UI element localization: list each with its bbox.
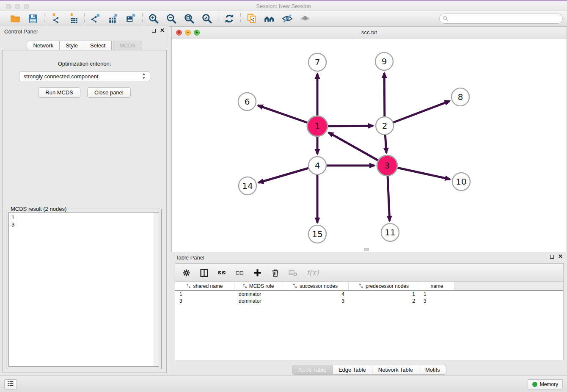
table-tab-network-table[interactable]: Network Table — [372, 365, 419, 375]
refresh-layout-icon[interactable] — [223, 13, 235, 25]
result-scrollbar[interactable] — [154, 213, 159, 366]
save-session-icon[interactable] — [27, 13, 39, 25]
column-header-MCDS-role[interactable]: MCDS role — [234, 282, 282, 290]
tab-mcds[interactable]: MCDS — [113, 41, 142, 50]
attribute-icon — [359, 284, 363, 288]
table-cell: 4 — [282, 291, 349, 297]
import-network-icon[interactable] — [50, 13, 61, 25]
close-panel-icon[interactable]: ✕ — [160, 28, 165, 33]
table-cell: 1 — [349, 291, 419, 297]
search-input[interactable] — [439, 14, 563, 24]
graph-node-1[interactable]: 1 — [307, 116, 328, 136]
show-details-icon[interactable] — [299, 13, 311, 25]
graph-node-4[interactable]: 4 — [308, 157, 326, 174]
column-header-label: shared name — [193, 283, 223, 289]
network-minimize-icon[interactable]: − — [185, 30, 191, 36]
zoom-selected-icon[interactable] — [201, 13, 213, 25]
column-layout-icon[interactable] — [199, 268, 209, 278]
tab-network[interactable]: Network — [27, 41, 60, 50]
clear-all-checks-icon[interactable] — [234, 268, 245, 278]
export-table-icon[interactable] — [107, 13, 119, 25]
network-window-titlebar[interactable]: ✕ − + scc.txt — [172, 27, 567, 39]
close-panel-button[interactable]: Close panel — [87, 87, 131, 98]
attribute-icon — [186, 284, 191, 288]
canvas-resize-grip[interactable] — [364, 248, 369, 251]
task-history-button[interactable] — [4, 379, 17, 389]
column-header-label: name — [430, 283, 443, 289]
node-label: 7 — [315, 57, 320, 67]
title-bar: Session: New Session — [0, 0, 567, 11]
network-graph-svg: 1234678910111415 — [172, 39, 567, 252]
table-tab-node-table[interactable]: Node Table — [292, 365, 333, 375]
column-header-shared-name[interactable]: shared name — [175, 282, 234, 290]
column-header-successor-nodes[interactable]: successor nodes — [282, 282, 349, 290]
node-table[interactable]: shared nameMCDS rolesuccessor nodesprede… — [175, 282, 564, 360]
network-maximize-icon[interactable]: + — [194, 30, 200, 36]
status-bar: Memory — [0, 375, 567, 392]
column-header-label: predecessor nodes — [366, 283, 409, 289]
graph-node-2[interactable]: 2 — [376, 117, 394, 135]
float-panel-icon[interactable] — [152, 29, 156, 33]
graph-node-9[interactable]: 9 — [375, 52, 393, 70]
column-header-label: successor nodes — [300, 283, 338, 289]
table-cell: dominator — [234, 291, 282, 297]
node-label: 2 — [382, 121, 388, 131]
import-table-icon[interactable] — [67, 13, 79, 25]
network-close-icon[interactable]: ✕ — [176, 30, 182, 36]
home-neighbors-icon[interactable] — [264, 13, 275, 25]
edge-2-8[interactable] — [385, 101, 450, 126]
float-table-panel-icon[interactable] — [550, 255, 554, 259]
export-network-icon[interactable] — [90, 13, 102, 25]
table-tab-motifs[interactable]: Motifs — [419, 365, 446, 375]
table-row[interactable]: 1dominator411 — [175, 291, 563, 298]
settings-gear-icon[interactable] — [181, 268, 191, 278]
tab-select[interactable]: Select — [84, 41, 112, 50]
node-label: 1 — [315, 121, 320, 131]
hide-details-icon[interactable] — [281, 13, 293, 25]
graph-node-3[interactable]: 3 — [377, 155, 397, 176]
run-mcds-button[interactable]: Run MCDS — [38, 87, 80, 98]
main-toolbar — [0, 11, 567, 27]
open-file-icon[interactable] — [9, 13, 21, 25]
duplicate-network-icon[interactable] — [246, 13, 258, 25]
control-panel-title: Control Panel — [0, 26, 169, 35]
graph-node-7[interactable]: 7 — [308, 53, 326, 71]
network-graph-canvas[interactable]: 1234678910111415 — [172, 39, 567, 252]
select-all-checks-icon[interactable] — [217, 268, 227, 278]
zoom-fit-icon[interactable] — [183, 13, 195, 25]
table-cell: 1 — [175, 291, 234, 297]
table-cell: 2 — [349, 298, 419, 304]
dropdown-stepper-icon — [140, 73, 147, 81]
export-image-icon[interactable] — [125, 13, 137, 25]
graph-node-14[interactable]: 14 — [239, 177, 256, 195]
attribute-icon — [242, 284, 247, 288]
node-label: 14 — [242, 181, 253, 191]
table-tab-edge-table[interactable]: Edge Table — [333, 365, 372, 375]
mcds-result-textarea[interactable]: 13 — [8, 212, 159, 367]
graph-node-11[interactable]: 11 — [381, 224, 399, 241]
delete-row-icon[interactable] — [270, 268, 280, 278]
close-table-panel-icon[interactable]: ✕ — [558, 254, 563, 259]
table-row[interactable]: 3dominator323 — [175, 298, 563, 304]
toolbar-groups — [4, 13, 316, 25]
mcds-result-node: 3 — [11, 221, 156, 228]
add-row-icon[interactable] — [252, 268, 262, 278]
zoom-in-icon[interactable] — [148, 13, 160, 25]
attribute-icon — [293, 284, 297, 288]
node-label: 6 — [245, 97, 250, 107]
graph-node-15[interactable]: 15 — [308, 225, 326, 243]
graph-node-10[interactable]: 10 — [452, 173, 470, 190]
graph-node-6[interactable]: 6 — [238, 93, 256, 110]
memory-button[interactable]: Memory — [528, 379, 563, 389]
criterion-dropdown[interactable]: strongly connected component — [19, 71, 150, 81]
tab-style[interactable]: Style — [60, 41, 84, 50]
network-title: scc.txt — [172, 27, 567, 36]
mcds-result-groupbox: MCDS result (2 nodes) 13 — [6, 209, 162, 369]
mcds-tab-content: Optimization criterion: strongly connect… — [2, 50, 167, 373]
column-header-name[interactable]: name — [419, 282, 455, 290]
graph-node-8[interactable]: 8 — [451, 88, 469, 106]
table-tabs: Node TableEdge TableNetwork TableMotifs — [171, 365, 567, 375]
table-cell: dominator — [234, 298, 282, 304]
column-header-predecessor-nodes[interactable]: predecessor nodes — [349, 282, 419, 290]
zoom-out-icon[interactable] — [165, 13, 177, 25]
